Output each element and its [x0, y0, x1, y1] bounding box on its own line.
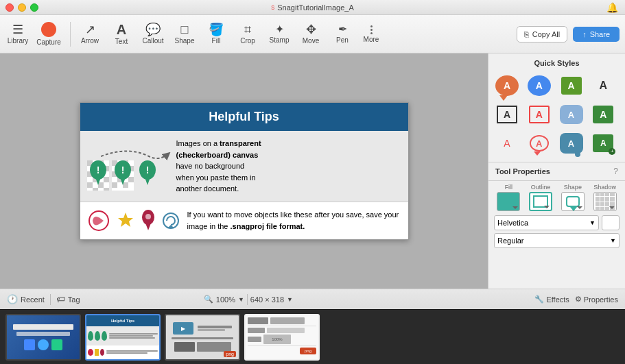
shape-tool[interactable]: □ Shape [169, 18, 200, 51]
app-icon: s [271, 3, 274, 11]
more-dots-icon [370, 25, 373, 34]
crop-icon: ⌗ [244, 23, 251, 36]
svg-marker-31 [144, 175, 151, 185]
arrow-tool[interactable]: ↗ Arrow [75, 18, 105, 51]
font-name-dropdown[interactable]: Helvetica ▼ [494, 215, 599, 230]
effects-button[interactable]: 🔧 Effects [534, 295, 569, 304]
shape-icon: □ [181, 23, 189, 36]
style-item-1[interactable]: A [494, 73, 520, 99]
thumb2-content: Helpful Tips [86, 315, 159, 359]
style-item-10[interactable]: A [526, 130, 552, 156]
maximize-button[interactable] [30, 3, 38, 12]
text-label: Text [115, 38, 128, 45]
canvas-body-top: ! [80, 131, 408, 202]
filmstrip-thumb-2[interactable]: Helpful Tips [85, 314, 161, 361]
crop-tool[interactable]: ⌗ Crop [233, 18, 263, 51]
fill-tool[interactable]: 🪣 Fill [201, 18, 231, 51]
capture-tool[interactable]: Capture [32, 18, 66, 51]
library-tool[interactable]: ☰ Library [5, 18, 30, 51]
style-blue-cloud: A [560, 133, 583, 154]
tag-icon: 🏷 [56, 294, 65, 304]
help-button[interactable]: ? [613, 167, 618, 176]
callout-label: Callout [142, 37, 163, 45]
tool-props-colors-row: Fill Outline Shape [488, 181, 625, 214]
dimensions-display[interactable]: 640 × 318 ▼ [250, 295, 293, 304]
library-icon: ☰ [12, 23, 23, 36]
style-plain-red: A [504, 138, 510, 149]
pin-svg-2: ! [113, 160, 132, 188]
canvas-area[interactable]: Helpful Tips [0, 53, 488, 289]
style-bubble-orange: A [495, 75, 519, 96]
pin-svg-3: ! [138, 160, 157, 188]
thumb4-content: 100% png [246, 315, 318, 359]
callout-shape-preview [566, 196, 580, 207]
filmstrip-thumb-1[interactable] [5, 314, 81, 361]
minimize-button[interactable] [18, 3, 26, 12]
zoom-control[interactable]: 🔍 100% ▼ [204, 295, 244, 304]
main-area: Helpful Tips [0, 53, 625, 289]
style-item-2[interactable]: A [526, 73, 552, 99]
svg-text:!: ! [96, 165, 99, 175]
shadow-swatch[interactable] [593, 192, 617, 211]
recent-button[interactable]: 🕐 Recent [7, 294, 45, 304]
filmstrip-thumb-4[interactable]: 100% png [244, 314, 320, 361]
pen-label: Pen [336, 36, 349, 44]
outline-label: Outline [531, 184, 551, 191]
style-item-7[interactable]: A [558, 101, 585, 128]
capture-icon [41, 22, 56, 37]
style-item-5[interactable]: A [494, 101, 520, 128]
svg-marker-28 [119, 175, 126, 185]
font-color-swatch[interactable] [602, 215, 620, 230]
outline-swatch[interactable] [529, 192, 552, 211]
share-button[interactable]: ↑ Share [573, 27, 620, 42]
properties-button[interactable]: ⚙ Properties [575, 295, 618, 304]
style-item-11[interactable]: A [558, 130, 585, 156]
more-button[interactable]: More [359, 18, 384, 51]
style-item-9[interactable]: A [494, 130, 520, 156]
stamp-tool[interactable]: ✦ Stamp [264, 18, 294, 51]
move-tool[interactable]: ✥ Move [296, 18, 326, 51]
style-item-6[interactable]: A [526, 101, 552, 128]
move-label: Move [303, 37, 319, 45]
shadow-label: Shadow [593, 184, 616, 191]
fill-icon: 🪣 [209, 23, 224, 36]
toolbar: ☰ Library Capture ↗ Arrow A Text 💬 Callo… [0, 15, 625, 53]
arrow-icon: ↗ [85, 23, 95, 36]
dimensions-value: 640 × 318 [250, 295, 284, 304]
style-item-3[interactable]: A [558, 73, 585, 99]
zoom-chevron-icon: ▼ [238, 296, 244, 303]
toolbar-right: ⎘ Copy All ↑ Share [517, 26, 620, 43]
tool-properties-title: Tool Properties [495, 167, 550, 175]
style-bubble-blue: A [528, 75, 551, 96]
status-divider-2 [247, 294, 248, 305]
zoom-value: 100% [216, 295, 235, 304]
callout-tool[interactable]: 💬 Callout [138, 18, 168, 51]
fill-swatch[interactable] [497, 192, 520, 211]
style-green-box: A [561, 77, 582, 95]
tag-button[interactable]: 🏷 Tag [56, 294, 80, 304]
stamp-label: Stamp [270, 36, 290, 44]
properties-icon: ⚙ [575, 295, 582, 304]
style-item-12[interactable]: A + [590, 130, 616, 156]
style-item-4[interactable]: A [590, 73, 616, 99]
svg-marker-36 [145, 221, 152, 230]
canvas-content: Helpful Tips [80, 102, 409, 240]
copy-all-button[interactable]: ⎘ Copy All [517, 26, 567, 43]
text-tool[interactable]: A Text [106, 18, 137, 51]
notification-icon[interactable]: 🔔 [606, 2, 618, 13]
style-cloud-blue: A [560, 105, 583, 124]
text-icon: A [117, 23, 126, 36]
shape-swatch[interactable] [561, 192, 585, 211]
shadow-prop: Shadow [590, 184, 620, 211]
fill-prop: Fill [494, 184, 523, 211]
zoom-icon: 🔍 [204, 295, 213, 304]
svg-text:!: ! [121, 165, 124, 175]
pen-tool[interactable]: ✒ Pen [327, 18, 357, 51]
style-item-8[interactable]: A [590, 101, 616, 128]
filmstrip-thumb-3[interactable]: ▶ png [165, 314, 240, 361]
font-style-dropdown[interactable]: Regular ▼ [494, 233, 620, 248]
font-style-value: Regular [497, 236, 524, 245]
svg-rect-12 [104, 188, 109, 191]
shape-label: Shape [175, 37, 195, 45]
close-button[interactable] [5, 3, 14, 12]
